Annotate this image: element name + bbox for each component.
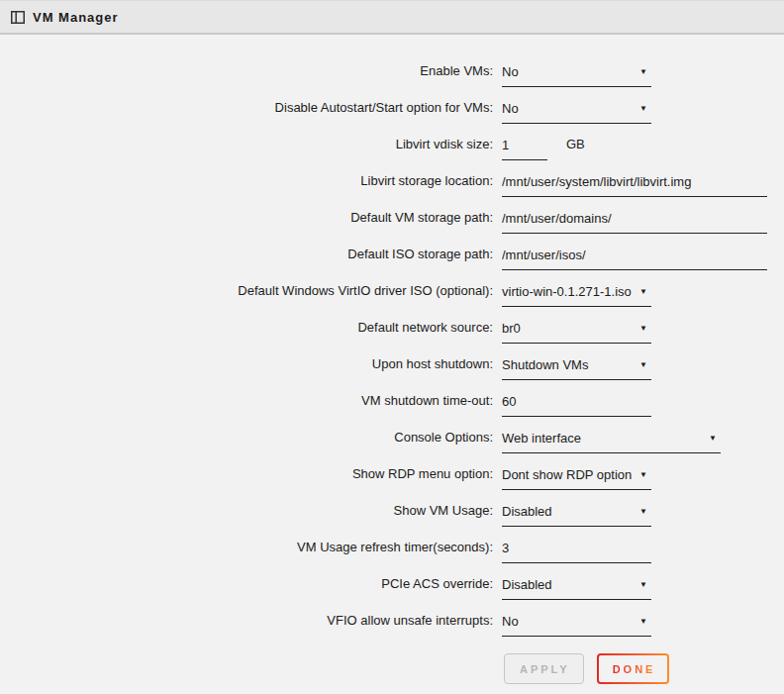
form-row: Console Options: Web interface▼ [0,417,784,453]
vm-shutdown-timeout-label: VM shutdown time-out: [0,393,493,417]
disable-autostart-label: Disable Autostart/Start option for VMs: [0,100,493,124]
enable-vms-label: Enable VMs: [0,63,493,87]
show-vm-usage-select[interactable]: Disabled▼ [502,504,651,527]
form-row: Default ISO storage path: [0,234,784,270]
libvirt-storage-location-field [502,174,767,197]
titlebar: VM Manager [0,0,784,35]
form-row: Enable VMs: No▼ [0,50,784,87]
default-virtio-iso-value: virtio-win-0.1.271-1.iso [502,284,632,299]
libvirt-storage-location-label: Libvirt storage location: [0,173,493,197]
dropdown-arrow-icon: ▼ [639,285,651,299]
form-row: VM shutdown time-out: [0,380,784,417]
vfio-unsafe-interrupts-select[interactable]: No▼ [502,614,651,637]
vfio-unsafe-interrupts-value: No [502,614,519,629]
form-row: Default VM storage path: [0,197,784,234]
pcie-acs-override-select[interactable]: Disabled▼ [502,577,651,600]
show-rdp-menu-option-label: Show RDP menu option: [0,466,493,490]
vm-usage-refresh-timer-field [502,541,651,563]
form-row: Show VM Usage: Disabled▼ [0,490,784,527]
dropdown-arrow-icon: ▼ [639,615,651,629]
enable-vms-select[interactable]: No▼ [502,64,651,87]
form-row: Libvirt vdisk size: GB [0,124,784,160]
pcie-acs-override-label: PCIe ACS override: [0,576,493,600]
vm-manager-settings-form: Enable VMs: No▼ Disable Autostart/Start … [0,35,784,637]
vm-usage-refresh-timer-label: VM Usage refresh timer(seconds): [0,540,493,563]
vfio-unsafe-interrupts-label: VFIO allow unsafe interrupts: [0,613,493,637]
form-row: VM Usage refresh timer(seconds): [0,527,784,563]
enable-vms-value: No [502,64,519,79]
dropdown-arrow-icon: ▼ [639,578,651,592]
default-network-source-label: Default network source: [0,320,493,344]
dropdown-arrow-icon: ▼ [639,505,651,519]
libvirt-storage-location-input[interactable] [502,174,767,189]
upon-host-shutdown-select[interactable]: Shutdown VMs▼ [502,357,651,380]
show-vm-usage-value: Disabled [502,504,552,519]
default-iso-storage-path-field [502,248,767,270]
default-iso-storage-path-label: Default ISO storage path: [0,247,493,270]
disable-autostart-select[interactable]: No▼ [502,101,651,124]
default-iso-storage-path-input[interactable] [502,248,767,262]
show-rdp-menu-option-select[interactable]: Dont show RDP option▼ [502,467,651,490]
libvirt-vdisk-size-label: Libvirt vdisk size: [0,137,493,160]
console-options-value: Web interface [502,431,581,446]
console-options-select[interactable]: Web interface▼ [502,431,721,453]
libvirt-vdisk-size-input[interactable] [502,138,547,152]
default-vm-storage-path-field [502,211,767,234]
form-row: PCIe ACS override: Disabled▼ [0,563,784,600]
show-vm-usage-label: Show VM Usage: [0,503,493,527]
default-virtio-iso-select[interactable]: virtio-win-0.1.271-1.iso▼ [502,284,651,307]
default-vm-storage-path-label: Default VM storage path: [0,210,493,234]
form-row: Upon host shutdown: Shutdown VMs▼ [0,344,784,380]
apply-button[interactable]: APPLY [504,653,584,684]
form-row: Disable Autostart/Start option for VMs: … [0,87,784,124]
form-row: VFIO allow unsafe interrupts: No▼ [0,600,784,637]
form-row: Default network source: br0▼ [0,307,784,344]
show-rdp-menu-option-value: Dont show RDP option [502,467,632,482]
page-title: VM Manager [33,10,119,25]
disable-autostart-value: No [502,101,519,116]
columns-window-icon [11,11,25,24]
button-row: APPLY DONE [0,653,784,684]
dropdown-arrow-icon: ▼ [709,432,721,446]
dropdown-arrow-icon: ▼ [639,322,651,336]
vm-usage-refresh-timer-input[interactable] [502,541,651,555]
done-button[interactable]: DONE [597,653,670,684]
vm-shutdown-timeout-field [502,394,651,417]
dropdown-arrow-icon: ▼ [639,468,651,482]
default-network-source-select[interactable]: br0▼ [502,321,651,344]
vm-shutdown-timeout-input[interactable] [502,394,651,409]
form-row: Show RDP menu option: Dont show RDP opti… [0,453,784,490]
form-row: Libvirt storage location: [0,160,784,197]
upon-host-shutdown-value: Shutdown VMs [502,357,588,372]
libvirt-vdisk-size-suffix: GB [566,137,585,160]
console-options-label: Console Options: [0,430,493,453]
done-button-label: DONE [613,663,656,675]
upon-host-shutdown-label: Upon host shutdown: [0,356,493,380]
pcie-acs-override-value: Disabled [502,577,552,592]
dropdown-arrow-icon: ▼ [639,65,651,79]
default-virtio-iso-label: Default Windows VirtIO driver ISO (optio… [0,283,493,307]
form-row: Default Windows VirtIO driver ISO (optio… [0,270,784,307]
libvirt-vdisk-size-field [502,138,547,160]
dropdown-arrow-icon: ▼ [639,358,651,372]
dropdown-arrow-icon: ▼ [639,102,651,116]
default-network-source-value: br0 [502,321,521,336]
default-vm-storage-path-input[interactable] [502,211,767,226]
